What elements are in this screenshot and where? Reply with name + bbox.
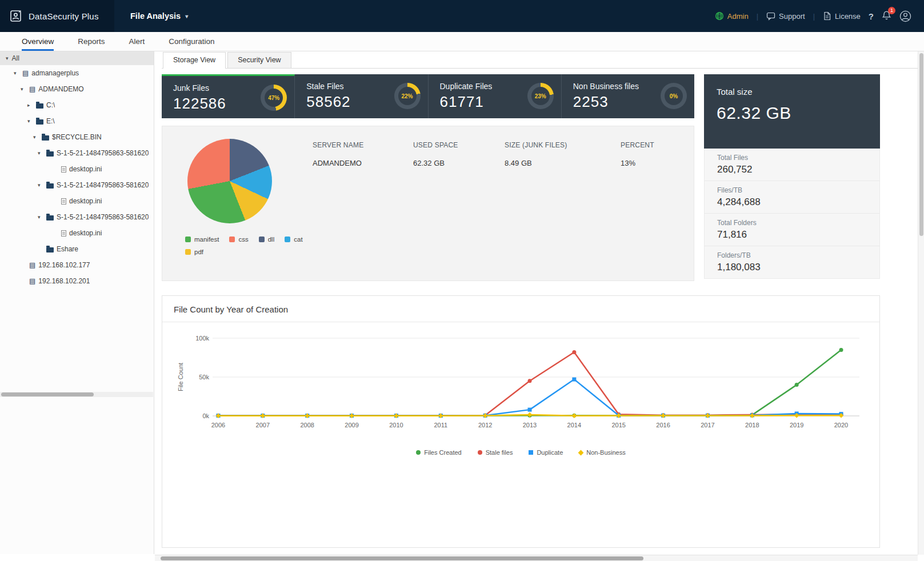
profile-button[interactable] xyxy=(899,10,911,22)
percent-donut: 0% xyxy=(661,83,687,109)
folder-icon xyxy=(46,247,54,253)
tree-item-admanagerplus[interactable]: ▾admanagerplus xyxy=(0,65,154,81)
nav-tab-alert[interactable]: Alert xyxy=(129,32,145,51)
app-logo-icon xyxy=(9,9,23,23)
summary-value: 4,284,688 xyxy=(717,197,867,208)
support-link[interactable]: Support xyxy=(766,11,805,21)
nav-tab-reports[interactable]: Reports xyxy=(78,32,105,51)
y-axis-label: File Count xyxy=(177,363,184,391)
pie-legend-item-cat[interactable]: cat xyxy=(285,236,302,243)
view-tab-storage-view[interactable]: Storage View xyxy=(163,52,226,69)
scrollbar-thumb[interactable] xyxy=(161,556,643,560)
horizontal-scrollbar[interactable] xyxy=(155,555,918,561)
summary-value: 1,180,083 xyxy=(717,262,867,273)
app-window: DataSecurity Plus File Analysis ▾ Admin … xyxy=(0,0,924,561)
notifications-button[interactable]: 1 xyxy=(882,10,891,22)
app-name: DataSecurity Plus xyxy=(29,11,99,21)
tree-item-s-1-5-21-1484795863-581620[interactable]: ▾S-1-5-21-1484795863-581620 xyxy=(0,177,154,193)
legend-swatch xyxy=(259,237,265,242)
series-marker xyxy=(572,350,576,354)
file-count-line-chart[interactable]: 0k50k100k2006200720082009201020112012201… xyxy=(174,331,866,441)
pie-legend-item-css[interactable]: css xyxy=(229,236,248,243)
tree-item-label: $RECYCLE.BIN xyxy=(52,133,102,141)
nav-tab-overview[interactable]: Overview xyxy=(22,32,54,51)
tree-item-desktop-ini[interactable]: desktop.ini xyxy=(0,193,154,209)
tree-item-s-1-5-21-1484795863-581620[interactable]: ▾S-1-5-21-1484795863-581620 xyxy=(0,209,154,225)
server-icon xyxy=(22,69,29,77)
tree-down-arrow-icon[interactable]: ▾ xyxy=(21,86,26,92)
summary-row-files-tb: Files/TB4,284,688 xyxy=(704,181,880,214)
view-tab-security-view[interactable]: Security View xyxy=(227,52,291,68)
series-marker xyxy=(839,348,843,352)
server-usage-table: SERVER NAMEUSED SPACESIZE (JUNK FILES)PE… xyxy=(313,141,683,167)
tree-down-arrow-icon[interactable]: ▾ xyxy=(6,55,9,61)
pie-legend-item-dll[interactable]: dll xyxy=(259,236,275,243)
pie-legend-item-manifest[interactable]: manifest xyxy=(185,236,219,243)
chart-legend-item-files-created[interactable]: Files Created xyxy=(416,449,461,456)
series-line-stale-files xyxy=(218,352,841,415)
tree-item-eshare[interactable]: Eshare xyxy=(0,241,154,257)
tree-item-192-168-102-201[interactable]: 192.168.102.201 xyxy=(0,273,154,289)
stat-card-stale-files[interactable]: Stale Files5856222% xyxy=(295,74,428,118)
tree-item-label: 192.168.102.177 xyxy=(38,261,90,269)
tree-item-label: S-1-5-21-1484795863-581620 xyxy=(57,213,149,221)
tree-item-recycle-bin[interactable]: ▾$RECYCLE.BIN xyxy=(0,129,154,145)
admin-link[interactable]: Admin xyxy=(715,11,749,21)
tree-right-arrow-icon[interactable]: ▸ xyxy=(27,102,33,108)
summary-row-total-folders: Total Folders71,816 xyxy=(704,214,880,246)
tree-down-arrow-icon[interactable]: ▾ xyxy=(38,182,43,188)
tree-item-desktop-ini[interactable]: desktop.ini xyxy=(0,225,154,241)
top-bar: DataSecurity Plus File Analysis ▾ Admin … xyxy=(0,0,924,32)
summary-value: 71,816 xyxy=(717,229,867,241)
sidebar-horizontal-scrollbar[interactable] xyxy=(0,392,153,397)
stat-card-non-business-files[interactable]: Non Business files22530% xyxy=(562,74,694,118)
donut-percent-label: 23% xyxy=(527,83,554,109)
tree-item-c[interactable]: ▸C:\ xyxy=(0,97,154,113)
tree-item-e[interactable]: ▾E:\ xyxy=(0,113,154,129)
legend-label: dll xyxy=(268,236,275,243)
vertical-scrollbar[interactable] xyxy=(918,51,924,555)
series-marker xyxy=(572,378,576,382)
tree-item-192-168-102-177[interactable]: 192.168.102.177 xyxy=(0,257,154,273)
chart-legend-item-non-business[interactable]: Non-Business xyxy=(579,449,625,456)
tree-item-admandemo[interactable]: ▾ADMANDEMO xyxy=(0,81,154,97)
x-tick-label: 2014 xyxy=(567,422,581,428)
tree-item-s-1-5-21-1484795863-581620[interactable]: ▾S-1-5-21-1484795863-581620 xyxy=(0,145,154,161)
x-tick-label: 2007 xyxy=(256,422,270,428)
scrollbar-thumb[interactable] xyxy=(919,53,923,236)
tree-down-arrow-icon[interactable]: ▾ xyxy=(38,214,43,220)
tree-down-arrow-icon[interactable]: ▾ xyxy=(27,118,33,124)
view-tabs: Storage ViewSecurity View xyxy=(162,52,918,69)
tree-root-all[interactable]: ▾ All xyxy=(0,51,154,65)
brand[interactable]: DataSecurity Plus xyxy=(0,0,114,32)
chart-legend-item-duplicate[interactable]: Duplicate xyxy=(529,449,563,456)
help-button[interactable]: ? xyxy=(869,11,874,21)
pie-legend-item-pdf[interactable]: pdf xyxy=(185,249,203,255)
x-tick-label: 2010 xyxy=(389,422,403,428)
license-link[interactable]: License xyxy=(823,11,861,21)
nav-tab-configuration[interactable]: Configuration xyxy=(169,32,214,51)
tree-items: ▾admanagerplus▾ADMANDEMO▸C:\▾E:\▾$RECYCL… xyxy=(0,65,154,289)
y-tick-label: 0k xyxy=(202,412,209,419)
legend-label: Duplicate xyxy=(537,449,563,456)
x-tick-label: 2018 xyxy=(745,422,759,428)
tree-item-desktop-ini[interactable]: desktop.ini xyxy=(0,161,154,177)
dashboard-content: Junk Files12258647%Stale Files5856222%Du… xyxy=(162,74,880,548)
tree-item-label: desktop.ini xyxy=(69,197,102,205)
tree-down-arrow-icon[interactable]: ▾ xyxy=(33,134,39,140)
tree-down-arrow-icon[interactable]: ▾ xyxy=(38,150,43,156)
file-type-pie-chart[interactable] xyxy=(187,139,272,223)
chart-area: 0k50k100k2006200720082009201020112012201… xyxy=(174,331,868,443)
tree-down-arrow-icon[interactable]: ▾ xyxy=(14,70,19,76)
stat-card-junk-files[interactable]: Junk Files12258647% xyxy=(162,74,295,118)
chart-legend-item-stale-files[interactable]: Stale files xyxy=(478,449,513,456)
sidebar-tree: ▾ All ▾admanagerplus▾ADMANDEMO▸C:\▾E:\▾$… xyxy=(0,51,154,554)
stat-card-duplicate-files[interactable]: Duplicate Files6177123% xyxy=(429,74,562,118)
folder-icon xyxy=(36,119,43,125)
scrollbar-thumb[interactable] xyxy=(1,392,94,396)
x-tick-label: 2016 xyxy=(656,422,670,428)
legend-label: cat xyxy=(294,236,302,243)
module-label: File Analysis xyxy=(130,11,181,21)
total-size-value: 62.32 GB xyxy=(717,103,867,123)
module-selector[interactable]: File Analysis ▾ xyxy=(130,11,188,21)
